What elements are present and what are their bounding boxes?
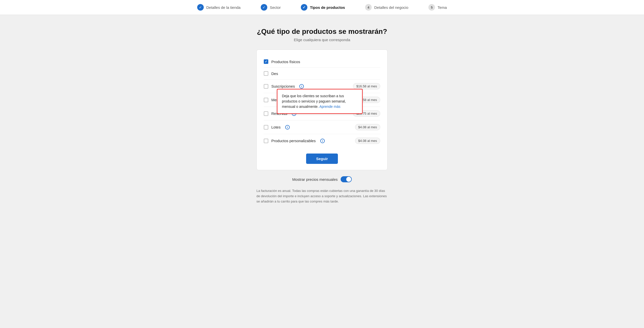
price-suscripciones: $16.58 al mes	[353, 83, 380, 89]
price-personalizables: $4.08 al mes	[355, 138, 380, 144]
label-descargables: Des	[271, 71, 278, 76]
label-lotes: Lotes	[271, 125, 281, 129]
step-label-2: Sector	[270, 5, 281, 10]
option-row-descargables: Des	[264, 68, 380, 80]
info-icon-personalizables[interactable]: i	[320, 139, 325, 143]
num-icon-5: 5	[428, 4, 435, 11]
step-detalles-negocio[interactable]: 4 Detalles del negocio	[365, 4, 408, 11]
seguir-button[interactable]: Seguir	[306, 154, 338, 164]
checkbox-personalizables[interactable]	[264, 139, 268, 143]
toggle-label: Mostrar precios mensuales	[292, 177, 338, 182]
step-label-3: Tipos de productos	[310, 5, 345, 10]
step-label-5: Tema	[437, 5, 447, 10]
tooltip-popup: Deja que los clientes se suscriban a tus…	[277, 89, 363, 114]
check-icon-2: ✓	[261, 4, 267, 11]
checkbox-fisicos[interactable]	[264, 59, 268, 64]
label-suscripciones: Suscripciones	[271, 84, 295, 88]
main-content: ¿Qué tipo de productos se mostrarán? Eli…	[0, 15, 644, 217]
num-icon-4: 4	[365, 4, 372, 11]
options-card: Deja que los clientes se suscriban a tus…	[256, 49, 388, 170]
option-row-fisicos: Productos físicos	[264, 56, 380, 68]
price-lotes: $4.08 al mes	[355, 124, 380, 130]
check-icon-1: ✓	[197, 4, 204, 11]
option-row-lotes: Lotes i $4.08 al mes	[264, 120, 380, 134]
checkbox-descargables[interactable]	[264, 71, 268, 76]
step-label-1: Detalles de la tienda	[206, 5, 241, 10]
stepper: ✓ Detalles de la tienda ✓ Sector ✓ Tipos…	[0, 0, 644, 15]
tooltip-link[interactable]: Aprende más	[319, 105, 340, 109]
footer-note: La facturación es anual. Todas las compr…	[256, 188, 388, 204]
step-detalles-tienda[interactable]: ✓ Detalles de la tienda	[197, 4, 241, 11]
checkbox-reservas[interactable]	[264, 111, 268, 116]
step-label-4: Detalles del negocio	[374, 5, 408, 10]
option-row-personalizables: Productos personalizables i $4.08 al mes	[264, 134, 380, 147]
label-fisicos: Productos físicos	[271, 60, 300, 64]
page-title: ¿Qué tipo de productos se mostrarán?	[257, 28, 387, 36]
page-subtitle: Elige cualquiera que corresponda	[294, 38, 350, 42]
checkbox-membresias[interactable]	[264, 98, 268, 102]
step-tipos-productos[interactable]: ✓ Tipos de productos	[301, 4, 345, 11]
checkbox-lotes[interactable]	[264, 125, 268, 130]
info-icon-lotes[interactable]: i	[285, 125, 290, 130]
step-tema[interactable]: 5 Tema	[428, 4, 447, 11]
checkbox-suscripciones[interactable]	[264, 84, 268, 89]
toggle-section: Mostrar precios mensuales	[292, 176, 352, 182]
step-sector[interactable]: ✓ Sector	[261, 4, 281, 11]
label-personalizables: Productos personalizables	[271, 139, 316, 143]
info-icon-suscripciones[interactable]: i	[299, 84, 304, 89]
check-icon-3: ✓	[301, 4, 307, 11]
monthly-prices-toggle[interactable]	[341, 176, 352, 182]
